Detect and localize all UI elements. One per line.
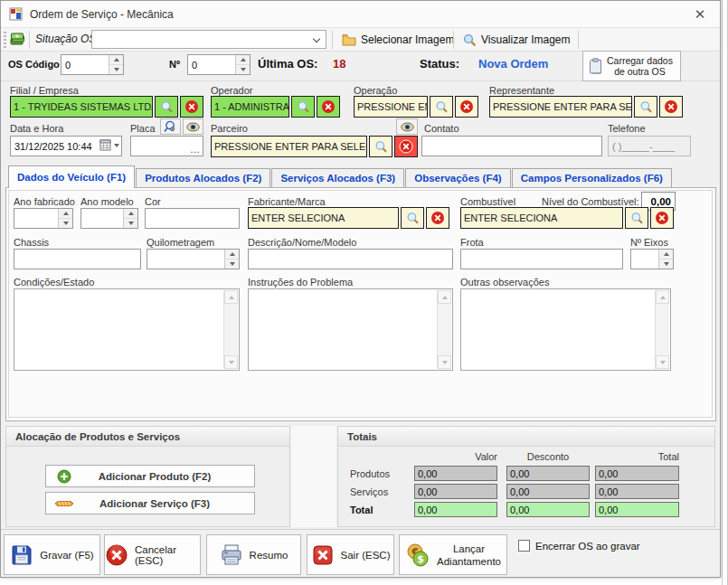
- ano-fabricado-stepper[interactable]: [14, 208, 73, 229]
- service-order-window: Ordem de Serviço - Mecânica ✕ Situação O…: [0, 0, 721, 578]
- close-button[interactable]: ✕: [689, 5, 711, 24]
- servicos-desconto: 0,00: [506, 484, 590, 499]
- produtos-total: 0,00: [595, 466, 679, 481]
- outras-label: Outras observações: [460, 277, 549, 288]
- combustivel-clear-button[interactable]: [650, 207, 674, 229]
- parceiro-input[interactable]: PRESSIONE ENTER PARA SELEC: [211, 136, 367, 157]
- encerrar-os-checkbox[interactable]: [518, 540, 530, 552]
- numero-stepper[interactable]: 0: [187, 54, 251, 75]
- placa-field[interactable]: …: [130, 136, 203, 156]
- operador-input[interactable]: 1 - ADMINISTRAD: [211, 96, 289, 118]
- encerrar-os-label: Encerrar OS ao gravar: [535, 541, 640, 552]
- footer-bar: Gravar (F5) Cancelar (ESC) Resumo Sair (…: [1, 529, 720, 577]
- filial-search-button[interactable]: [155, 96, 178, 118]
- parceiro-view-button[interactable]: [396, 118, 418, 135]
- quilometragem-stepper[interactable]: [147, 249, 240, 269]
- toolbar-separator: [29, 31, 30, 49]
- operacao-input[interactable]: PRESSIONE ENT: [354, 96, 428, 118]
- adicionar-produto-button[interactable]: Adicionar Produto (F2): [45, 465, 255, 487]
- produtos-valor: 0,00: [414, 466, 497, 481]
- fabricante-input[interactable]: ENTER SELECIONA: [248, 207, 399, 229]
- selecionar-imagem-button[interactable]: Selecionar Imagem: [337, 30, 459, 50]
- toolbar-grip[interactable]: [4, 32, 6, 48]
- descricao-field[interactable]: [248, 249, 453, 269]
- operacao-lookup: PRESSIONE ENT: [354, 96, 478, 118]
- os-codigo-stepper[interactable]: 0: [61, 54, 124, 75]
- sair-button[interactable]: Sair (ESC): [307, 534, 394, 575]
- scrollbar[interactable]: [655, 290, 669, 369]
- clear-icon: [184, 99, 199, 114]
- cancelar-button[interactable]: Cancelar (ESC): [104, 534, 201, 575]
- tab-observacoes[interactable]: Observações (F4): [405, 168, 511, 188]
- ano-modelo-stepper[interactable]: [80, 208, 138, 229]
- eixos-label: Nº Eixos: [630, 237, 668, 248]
- fabricante-search-button[interactable]: [401, 207, 424, 229]
- gravar-button[interactable]: Gravar (F5): [4, 534, 100, 575]
- tab-campos-personalizados[interactable]: Campos Personalizados (F6): [512, 168, 672, 188]
- data-hora-field[interactable]: 31/12/2025 10:44: [10, 136, 122, 156]
- contato-field[interactable]: [421, 136, 602, 156]
- frota-label: Frota: [460, 237, 484, 248]
- resumo-label: Resumo: [250, 550, 288, 561]
- placa-view-button[interactable]: [183, 118, 203, 135]
- parceiro-clear-button[interactable]: [394, 136, 418, 157]
- money-icon[interactable]: [10, 32, 25, 46]
- alocacao-panel: Alocação de Produtos e Serviços Adiciona…: [5, 426, 290, 527]
- telefone-field[interactable]: ( )_____-____: [608, 136, 691, 156]
- parceiro-search-button[interactable]: [369, 136, 392, 157]
- toolbar-separator: [578, 31, 579, 49]
- eye-icon: [401, 122, 414, 132]
- carregar-dados-button[interactable]: Carregar dados de outra OS: [582, 51, 681, 81]
- filial-clear-button[interactable]: [180, 96, 203, 118]
- carregar-dados-label-line1: Carregar dados: [607, 55, 673, 66]
- tab-servicos-alocados[interactable]: Serviços Alocados (F3): [271, 168, 404, 188]
- alocacao-panel-title: Alocação de Produtos e Serviços: [6, 427, 289, 447]
- titlebar[interactable]: Ordem de Serviço - Mecânica ✕: [1, 1, 720, 28]
- selecionar-imagem-label: Selecionar Imagem: [361, 33, 454, 46]
- operacao-search-button[interactable]: [430, 96, 453, 118]
- os-codigo-value: 0: [61, 55, 109, 74]
- magnifier-icon: [463, 33, 477, 47]
- combustivel-search-button[interactable]: [625, 207, 648, 229]
- telefone-mask: ( )_____-____: [612, 141, 675, 152]
- folder-icon: [342, 33, 356, 46]
- scrollbar[interactable]: [437, 290, 451, 369]
- operador-clear-button[interactable]: [317, 96, 340, 118]
- tab-dados-veiculo[interactable]: Dados do Veículo (F1): [8, 165, 135, 188]
- cor-field[interactable]: [145, 208, 240, 229]
- condicoes-textarea[interactable]: [14, 288, 240, 371]
- quilometragem-label: Quilometragem: [147, 237, 214, 248]
- representante-search-button[interactable]: [634, 96, 657, 118]
- chevron-down-icon: [114, 144, 119, 147]
- placa-search-eye-button[interactable]: [160, 118, 181, 135]
- plus-icon: [46, 469, 82, 484]
- status-value: Nova Ordem: [478, 57, 548, 71]
- operador-search-button[interactable]: [291, 96, 315, 118]
- scrollbar[interactable]: [223, 290, 238, 369]
- representante-input[interactable]: PRESSIONE ENTER PARA SE: [489, 96, 632, 118]
- eixos-stepper[interactable]: [630, 249, 674, 269]
- chassis-field[interactable]: [14, 249, 141, 269]
- frota-field[interactable]: [460, 249, 623, 269]
- situacao-os-combobox[interactable]: [91, 30, 326, 49]
- instrucoes-textarea[interactable]: [248, 288, 453, 371]
- servicos-total: 0,00: [595, 484, 679, 499]
- operacao-clear-button[interactable]: [455, 96, 478, 118]
- total-desconto: 0,00: [506, 502, 590, 517]
- outras-textarea[interactable]: [460, 288, 671, 371]
- calendar-dropdown-button[interactable]: [99, 139, 119, 151]
- visualizar-imagem-button[interactable]: Visualizar Imagem: [459, 30, 574, 50]
- fabricante-clear-button[interactable]: [426, 207, 449, 229]
- filial-input[interactable]: 1 - TRYIDEAS SISTEMAS LTDA: [10, 96, 153, 118]
- contato-label: Contato: [424, 123, 459, 134]
- placa-ellipsis-button[interactable]: …: [190, 144, 200, 155]
- ano-modelo-label: Ano modelo: [80, 196, 134, 207]
- lancar-adiantamento-button[interactable]: €$ Lançar Adiantamento: [399, 534, 507, 575]
- representante-clear-button[interactable]: [659, 96, 683, 118]
- calendar-icon: [99, 139, 111, 151]
- resumo-button[interactable]: Resumo: [206, 534, 301, 575]
- tab-produtos-alocados[interactable]: Produtos Alocados (F2): [136, 168, 270, 188]
- adicionar-servico-button[interactable]: Adicionar Serviço (F3): [45, 492, 255, 514]
- nivel-combustivel-label: Nível do Combustível:: [542, 196, 639, 207]
- combustivel-input[interactable]: ENTER SELECIONA: [460, 207, 623, 229]
